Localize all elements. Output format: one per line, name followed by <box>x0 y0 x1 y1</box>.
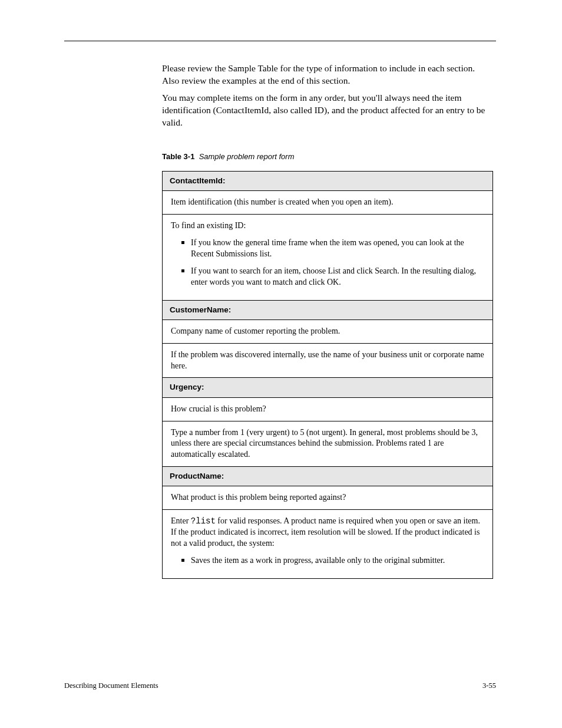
list-item: If you know the general time frame when … <box>171 238 484 260</box>
bullet-list: Saves the item as a work in progress, av… <box>171 555 484 566</box>
row-text-html: Enter ?list for valid responses. A produ… <box>171 516 480 548</box>
header-rule <box>64 41 496 41</box>
row-text: Item identification (this number is crea… <box>171 197 394 206</box>
row-text: How crucial is this problem? <box>171 404 266 413</box>
section-row: Item identification (this number is crea… <box>163 190 492 214</box>
section-row: Type a number from 1 (very urgent) to 5 … <box>163 421 492 467</box>
list-item-text: If you know the general time frame when … <box>191 238 464 258</box>
row-text: Company name of customer reporting the p… <box>171 327 340 335</box>
table-caption-title: Sample problem report form <box>199 152 295 161</box>
table-caption: Table 3-1 Sample problem report form <box>162 152 294 161</box>
bullet-list: If you know the general time frame when … <box>171 238 484 288</box>
footer-left: Describing Document Elements <box>64 681 158 690</box>
section-header: ContactItemId: <box>163 172 492 190</box>
list-item: Saves the item as a work in progress, av… <box>171 555 484 566</box>
section-header: ProductName: <box>163 466 492 486</box>
section-header: CustomerName: <box>163 300 492 319</box>
section-header: Urgency: <box>163 377 492 397</box>
section-row: To find an existing ID: If you know the … <box>163 214 492 299</box>
row-text: Type a number from 1 (very urgent) to 5 … <box>171 428 478 459</box>
section-row: What product is this problem being repor… <box>163 486 492 509</box>
row-text: If the problem was discovered internally… <box>171 350 484 370</box>
row-text: To find an existing ID: <box>171 221 246 230</box>
footer-right: 3-55 <box>482 681 496 690</box>
intro-block: Please review the Sample Table for the t… <box>162 62 492 129</box>
section-row: How crucial is this problem? <box>163 397 492 421</box>
section-row: Company name of customer reporting the p… <box>163 319 492 343</box>
list-item: If you want to search for an item, choos… <box>171 266 484 288</box>
intro-paragraph-1: Please review the Sample Table for the t… <box>162 62 492 87</box>
page-footer: Describing Document Elements 3-55 <box>64 681 496 690</box>
problem-report-table: ContactItemId: Item identification (this… <box>162 171 493 579</box>
intro-paragraph-2: You may complete items on the form in an… <box>162 92 492 129</box>
table-caption-label: Table 3-1 <box>162 152 194 161</box>
row-text: What product is this problem being repor… <box>171 493 346 502</box>
section-row: Enter ?list for valid responses. A produ… <box>163 509 492 578</box>
list-item-text: If you want to search for an item, choos… <box>191 266 476 286</box>
section-row: If the problem was discovered internally… <box>163 343 492 378</box>
list-item-text: Saves the item as a work in progress, av… <box>191 556 445 565</box>
